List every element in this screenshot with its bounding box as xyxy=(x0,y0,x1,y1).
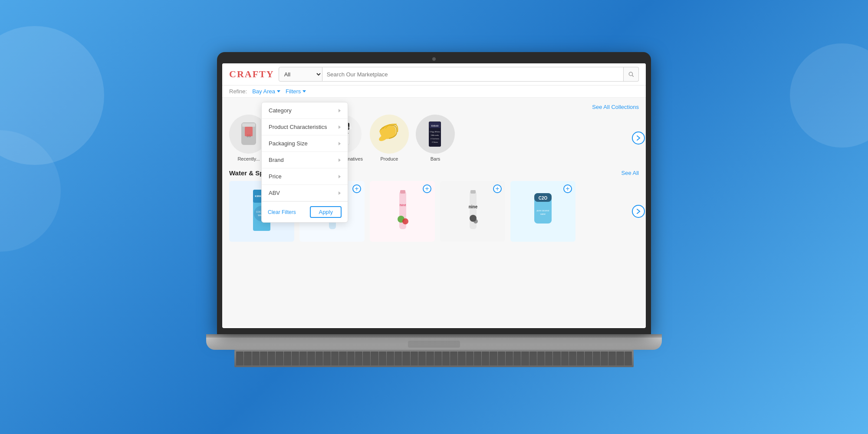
app-logo: CRAFTY xyxy=(229,69,274,80)
category-chevron-right-icon xyxy=(339,109,341,112)
add-nine-water-button[interactable]: + xyxy=(493,184,502,193)
collection-recently-label: Recently... xyxy=(237,156,260,161)
product-card-nine-water: + nine xyxy=(440,181,505,242)
filters-chevron-down-icon xyxy=(302,90,306,92)
location-chevron-down-icon xyxy=(277,90,280,92)
abv-chevron-right-icon xyxy=(339,191,341,195)
app-header: CRAFTY All Food Beverages xyxy=(222,63,646,85)
location-filter-button[interactable]: Bay Area xyxy=(252,88,280,95)
laptop-camera xyxy=(432,57,436,61)
filter-abv-label: ABV xyxy=(269,190,280,196)
filter-price-item[interactable]: Price xyxy=(262,168,348,185)
see-all-collections-link[interactable]: See All Collections xyxy=(592,104,639,110)
filter-category-item[interactable]: Category xyxy=(262,102,348,119)
collection-bars[interactable]: RXBAR 3 Egg Whites 6 Almonds 4 Cashews 2… xyxy=(416,115,455,161)
products-next-arrow[interactable] xyxy=(632,205,645,218)
brand-chevron-right-icon xyxy=(339,158,341,162)
bg-decoration-2 xyxy=(0,130,61,252)
svg-point-44 xyxy=(473,219,478,224)
svg-text:C2O: C2O xyxy=(539,196,548,201)
filter-category-label: Category xyxy=(269,107,292,114)
filter-packaging-size-item[interactable]: Packaging Size xyxy=(262,135,348,152)
svg-text:hint: hint xyxy=(399,203,406,207)
laptop-trackpad xyxy=(408,341,460,348)
bg-decoration-1 xyxy=(0,26,104,165)
collections-next-arrow[interactable] xyxy=(632,132,645,145)
svg-line-1 xyxy=(632,76,634,77)
refine-label: Refine: xyxy=(229,88,247,95)
filter-abv-item[interactable]: ABV xyxy=(262,185,348,201)
product-card-hint-kiwi: + hint xyxy=(370,181,435,242)
collection-bars-label: Bars xyxy=(431,156,441,161)
search-input[interactable] xyxy=(322,67,624,82)
refine-bar: Refine: Bay Area Filters Category xyxy=(222,85,646,98)
product-characteristics-chevron-right-icon xyxy=(339,125,341,129)
laptop-keyboard xyxy=(234,350,634,367)
filter-brand-label: Brand xyxy=(269,157,284,163)
laptop-screen: CRAFTY All Food Beverages xyxy=(222,63,646,328)
add-hint-kiwi-button[interactable]: + xyxy=(423,184,431,193)
laptop: CRAFTY All Food Beverages xyxy=(206,52,662,382)
filter-product-characteristics-item[interactable]: Product Characteristics xyxy=(262,119,348,135)
filter-product-characteristics-label: Product Characteristics xyxy=(269,124,327,130)
search-button[interactable] xyxy=(624,67,639,82)
svg-text:2 Dates: 2 Dates xyxy=(432,141,438,143)
hint-kiwi-product-image: hint xyxy=(395,189,410,234)
svg-text:6 Almonds: 6 Almonds xyxy=(431,134,439,136)
packaging-size-chevron-right-icon xyxy=(339,142,341,145)
laptop-base xyxy=(206,338,662,350)
filters-label: Filters xyxy=(286,88,301,95)
collection-produce[interactable]: Produce xyxy=(370,115,409,161)
filter-packaging-size-label: Packaging Size xyxy=(269,140,308,147)
filter-dropdown: Category Product Characteristics Packagi… xyxy=(261,102,348,223)
c2o-product-image: C2O pure coconut water xyxy=(528,189,558,234)
search-icon xyxy=(628,71,634,77)
dropdown-actions: Clear Filters Apply xyxy=(262,201,348,222)
collection-bars-image: RXBAR 3 Egg Whites 6 Almonds 4 Cashews 2… xyxy=(416,115,455,154)
svg-text:4 Cashews: 4 Cashews xyxy=(431,138,440,140)
add-c2o-button[interactable]: + xyxy=(563,184,572,193)
svg-text:RXBAR: RXBAR xyxy=(431,125,439,127)
svg-rect-36 xyxy=(400,190,405,194)
search-bar: All Food Beverages xyxy=(279,67,639,82)
filters-button[interactable]: Filters xyxy=(286,88,306,95)
water-sparkling-see-all-link[interactable]: See All xyxy=(621,170,639,176)
filter-brand-item[interactable]: Brand xyxy=(262,152,348,168)
svg-rect-5 xyxy=(245,127,253,136)
price-chevron-right-icon xyxy=(339,175,341,178)
apply-button[interactable]: Apply xyxy=(310,206,342,218)
svg-rect-41 xyxy=(470,190,476,194)
laptop-screen-shell: CRAFTY All Food Beverages xyxy=(217,52,651,334)
svg-point-39 xyxy=(402,218,408,224)
collection-produce-label: Produce xyxy=(380,156,398,161)
svg-rect-3 xyxy=(242,123,255,127)
search-category-select[interactable]: All Food Beverages xyxy=(279,67,322,82)
svg-text:3 Egg Whites: 3 Egg Whites xyxy=(430,131,441,133)
laptop-hinge xyxy=(206,334,662,338)
svg-text:nine: nine xyxy=(468,204,477,209)
svg-text:water: water xyxy=(540,213,546,215)
add-crystal-geyser-button[interactable]: + xyxy=(352,184,361,193)
filter-price-label: Price xyxy=(269,173,282,180)
product-card-c2o: + C2O pure coconut water xyxy=(510,181,575,242)
collection-produce-image xyxy=(370,115,409,154)
svg-text:pure coconut: pure coconut xyxy=(537,209,550,212)
nine-water-product-image: nine xyxy=(465,189,480,234)
svg-point-0 xyxy=(629,72,632,76)
bg-decoration-3 xyxy=(790,43,868,148)
clear-filters-button[interactable]: Clear Filters xyxy=(268,209,296,215)
location-filter-label: Bay Area xyxy=(252,88,275,95)
